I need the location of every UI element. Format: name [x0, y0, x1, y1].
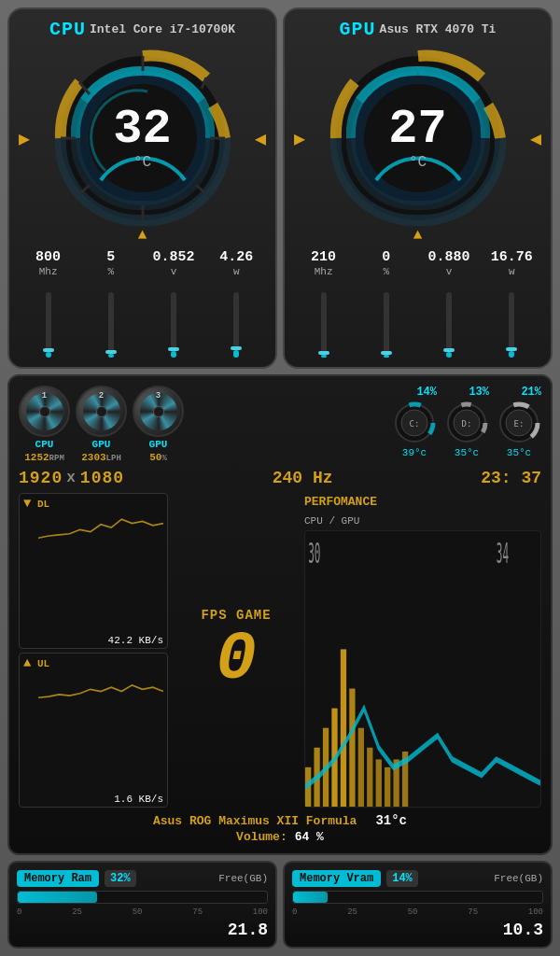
vram-free-label: Free(GB) [494, 873, 543, 884]
gpu-slider-fill-0 [321, 355, 327, 358]
fan-label-0: CPU [35, 439, 54, 450]
ram-header: Memory Ram 32% Free(GB) [17, 870, 268, 887]
cpu-metric-2-label: v [171, 266, 177, 277]
gpu-panel: GPU Asus RTX 4070 Ti ▶ [283, 7, 553, 369]
gpu-temp-value: 27 [388, 105, 446, 154]
drive-pct-0: 14% [392, 386, 437, 399]
gpu-slider-1 [357, 283, 415, 358]
svg-text:34: 34 [497, 537, 509, 569]
svg-text:D:: D: [462, 419, 472, 429]
ram-scale-2: 50 [133, 907, 143, 917]
mobo-temp: 31°c [375, 813, 407, 828]
cpu-slider-2 [145, 283, 203, 358]
mobo-name: Asus ROG Maximus XII Formula [153, 814, 357, 828]
res-row: 1920 x 1080 240 Hz 23: 37 [19, 469, 541, 487]
fps-value: 0 [216, 626, 256, 694]
network-charts: ▼ DL 42.2 KB/s ▲ UL 1. [19, 493, 168, 808]
fps-section: FPS GAME 0 [175, 493, 297, 808]
drive-item-0: 14% C: 39°c [392, 386, 437, 458]
fan-number-1: 2 [99, 391, 104, 401]
gpu-slider-thumb-3 [506, 347, 517, 351]
cpu-slider-fill-1 [108, 354, 114, 358]
gpu-metric-0-label: Mhz [315, 266, 333, 277]
cpu-metric-0: 800 Mhz [19, 249, 77, 277]
gpu-metric-1-value: 0 [382, 249, 390, 266]
cpu-slider-track-0 [46, 292, 51, 358]
vram-title: Memory Vram [292, 870, 381, 887]
gpu-metric-2: 0.880 v [420, 249, 479, 277]
resolution-x: x [66, 470, 77, 486]
vram-free-value: 10.3 [292, 921, 543, 939]
top-section: CPU Intel Core i7-10700K ▶ [7, 7, 553, 369]
fan-rpm-2: 50% [149, 452, 167, 463]
ram-free-label: Free(GB) [218, 873, 268, 884]
vram-bar-container [292, 891, 543, 904]
gpu-label: GPU [340, 19, 376, 40]
gpu-slider-track-0 [321, 292, 327, 358]
svg-rect-30 [341, 649, 346, 807]
fan-icon-1: 2 [76, 386, 127, 437]
svg-rect-32 [358, 728, 364, 807]
drive-ring-svg-0: C: [392, 401, 437, 445]
fan-number-0: 1 [42, 391, 47, 401]
svg-rect-33 [367, 748, 372, 807]
gpu-slider-fill-2 [446, 352, 452, 358]
perf-chart-svg: 30 34 [305, 531, 540, 807]
vram-scale-3: 75 [468, 907, 478, 917]
drive-ring-svg-1: D: [444, 401, 489, 445]
fan-item-0: 1 CPU 1252RPM [19, 386, 70, 463]
system-time: 23: 37 [481, 469, 541, 487]
main-container: CPU Intel Core i7-10700K ▶ [0, 0, 560, 956]
gpu-slider-track-3 [509, 292, 514, 358]
charts-fps-row: ▼ DL 42.2 KB/s ▲ UL 1. [19, 493, 541, 808]
gpu-gauge: 27 °C [329, 49, 507, 227]
vram-bar-fill [293, 892, 328, 903]
gpu-slider-thumb-2 [443, 348, 455, 352]
cpu-metric-1-label: % [108, 266, 115, 277]
cpu-slider-thumb-3 [231, 346, 242, 350]
perf-chart: 30 34 [304, 530, 541, 808]
gpu-metric-3-label: w [509, 266, 515, 277]
fan-rpm-1: 2303LPH [81, 452, 121, 463]
fan-number-2: 3 [156, 391, 161, 401]
cpu-temp-value: 32 [113, 105, 171, 154]
ram-scale-0: 0 [17, 907, 21, 917]
resolution-width: 1920 [19, 469, 63, 487]
svg-text:C:: C: [410, 419, 420, 429]
cpu-header: CPU Intel Core i7-10700K [19, 19, 266, 40]
vram-scale-4: 100 [528, 907, 543, 917]
cpu-metric-3-value: 4.26 [219, 249, 253, 266]
ram-panel: Memory Ram 32% Free(GB) 0 25 50 75 100 2… [7, 861, 277, 949]
cpu-metric-0-value: 800 [35, 249, 61, 266]
gpu-slider-0 [294, 283, 353, 358]
gpu-slider-2 [420, 283, 479, 358]
cpu-temp-display: 32 °C [113, 105, 171, 171]
cpu-metrics-row: 800 Mhz 5 % 0.852 v 4.26 w [19, 249, 266, 277]
gpu-metric-2-label: v [446, 266, 453, 277]
gpu-metric-3: 16.76 w [483, 249, 541, 277]
drive-pct-2: 21% [497, 386, 541, 399]
cpu-slider-0 [19, 283, 77, 358]
cpu-sliders-row [19, 283, 266, 358]
cpu-arrow-right: ◀ [255, 127, 266, 150]
gpu-metric-2-value: 0.880 [428, 249, 470, 266]
cpu-slider-track-2 [171, 292, 176, 358]
ul-chart-svg [38, 668, 163, 700]
drive-item-1: 13% D: 35°c [444, 386, 489, 458]
gpu-metric-1: 0 % [357, 249, 415, 277]
cpu-metric-0-label: Mhz [39, 266, 58, 277]
cpu-arrow-left: ▶ [19, 127, 30, 150]
volume-label: Volume: [236, 830, 287, 844]
cpu-metric-1: 5 % [81, 249, 140, 277]
ram-scale-3: 75 [192, 907, 203, 917]
gpu-arrow-right: ◀ [530, 127, 541, 150]
svg-rect-34 [376, 759, 382, 807]
cpu-metric-2-value: 0.852 [153, 249, 195, 266]
refresh-rate: 240 Hz [273, 469, 333, 487]
svg-rect-35 [385, 767, 390, 807]
fan-center-dot-1 [96, 406, 107, 417]
fan-item-2: 3 GPU 50% [133, 386, 184, 463]
ram-scale: 0 25 50 75 100 [17, 907, 268, 917]
perf-label: PERFOMANCE [304, 495, 377, 509]
vram-header: Memory Vram 14% Free(GB) [292, 870, 543, 887]
